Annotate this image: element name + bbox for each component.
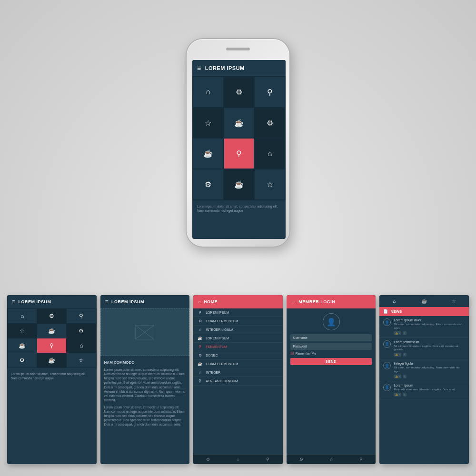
news-item-1[interactable]: 👤 Lorem ipsum dolor Sit amet, consectetu…: [379, 316, 469, 338]
news-item-4[interactable]: 👤 Lorem ipsum Proin elit vitae sem biben…: [379, 381, 469, 399]
article-para-1: Lorem ipsum dolor sit amet, consectetur …: [104, 367, 186, 402]
mini-cell[interactable]: ☆: [8, 324, 37, 338]
grid-cell-search[interactable]: ⚲: [255, 77, 285, 107]
news-item-text: Proin elit vitae sem bibendum sagittis. …: [394, 388, 455, 392]
news-avatar-3: 👤: [383, 362, 391, 369]
mini-cell[interactable]: ⚙: [8, 353, 37, 367]
search-icon: ⚲: [197, 379, 203, 383]
grid-cell-home[interactable]: ⌂: [193, 77, 223, 107]
social-badge: f: [403, 331, 407, 335]
grid-cell-star[interactable]: ☆: [193, 108, 223, 138]
mini-menu-item[interactable]: ⚲ LOREM IPSUM: [193, 308, 283, 317]
mini-menu-3: ⚲ LOREM IPSUM ⚙ ETIAM FERMENTUM ☆ INTEGE…: [193, 308, 283, 386]
mini-cell[interactable]: ⌂: [67, 338, 96, 353]
phone-middle: ≡ LOREM IPSUM ⌂ ⚙ ⚲ ☆ ☕ ⚙ ☕ ⚲ ⌂ ⚙ ☕ ☆: [186, 38, 290, 248]
star-icon: ☆: [197, 327, 203, 332]
phones-section: ⌂ HOME ⚲ LOREM IPSUM ⚙ ETIAM FERMENTUM ☆: [0, 10, 476, 276]
news-item-title: Lorem ipsum: [394, 384, 455, 387]
bottom-search[interactable]: ⚲: [253, 455, 283, 464]
gear-icon: ⚙: [197, 319, 203, 323]
cup-icon: ☕: [197, 336, 203, 340]
mini-avatar: 👤: [323, 313, 340, 330]
mini-cell-active[interactable]: ⚲: [37, 338, 66, 353]
mini-cell[interactable]: ⚙: [67, 324, 96, 338]
mini-send-button[interactable]: SEND: [290, 358, 372, 365]
news-avatar-1: 👤: [383, 318, 391, 326]
news-avatar-4: 👤: [383, 384, 391, 391]
menu-icon: ≡: [197, 64, 201, 72]
mini-cell[interactable]: ☆: [67, 353, 96, 367]
social-row: 👍 • f: [394, 353, 465, 357]
login-icon: →: [291, 299, 296, 304]
gear-icon: ⚙: [197, 353, 203, 357]
mini-header-1: ≡ LOREM IPSUM: [7, 295, 97, 308]
cup-icon: ☕: [197, 362, 203, 366]
phone-middle-shell: ≡ LOREM IPSUM ⌂ ⚙ ⚲ ☆ ☕ ⚙ ☕ ⚲ ⌂ ⚙ ☕ ☆: [186, 38, 290, 248]
mini-password-field[interactable]: Password: [290, 343, 372, 350]
screens-section: ≡ LOREM IPSUM ⌂ ⚙ ⚲ ☆ ☕ ⚙ ☕ ⚲ ⌂ ⚙ ☕ ☆ Lo…: [7, 295, 469, 466]
home-icon: ⌂: [198, 299, 201, 304]
news-tab-star[interactable]: ☆: [439, 295, 469, 307]
social-badge: 👍 •: [394, 331, 401, 335]
bottom-gear[interactable]: ⚙: [193, 455, 223, 464]
grid-cell-gear[interactable]: ⚙: [224, 77, 254, 107]
social-badge: 👍 •: [394, 375, 401, 378]
bottom-star[interactable]: ☆: [223, 455, 253, 464]
news-label: NEWS: [390, 309, 402, 314]
news-item-text: Sit elit sem bibendum sagittis. Duis a m…: [394, 345, 465, 352]
mini-login-panel: 👤 Username Password ☒ Remember Me SEND: [287, 308, 376, 368]
social-row: 👍 • f: [394, 393, 455, 397]
news-top-bar: ⌂ ☕ ☆: [379, 295, 469, 307]
mini-menu-item[interactable]: ☆ INTEGER: [193, 368, 283, 377]
grid-cell-home2[interactable]: ⌂: [255, 139, 285, 169]
mini-remember-row: ☒ Remember Me: [290, 351, 372, 356]
grid-cell-search-active[interactable]: ⚲: [224, 139, 254, 169]
mini-screen-2: ≡ LOREM IPSUM NAM COMMODO Lorem ipsum do…: [100, 295, 190, 464]
grid-cell-gear3[interactable]: ⚙: [193, 169, 223, 199]
news-item-3[interactable]: 👤 Integer ligula Sit amet, consectetur a…: [379, 359, 469, 381]
article-title: NAM COMMODO: [104, 360, 186, 365]
mini-menu-item[interactable]: ☆ INTEGER LIGULA: [193, 326, 283, 334]
bottom-star[interactable]: ☆: [316, 455, 346, 464]
mini-username-field[interactable]: Username: [290, 334, 372, 341]
grid-cell-cup2[interactable]: ☕: [193, 139, 223, 169]
mini-cell[interactable]: ⌂: [8, 309, 37, 323]
mini-bottom-bar-4: ⚙ ☆ ⚲: [287, 454, 376, 464]
bottom-search[interactable]: ⚲: [346, 455, 376, 464]
mini-screen-1: ≡ LOREM IPSUM ⌂ ⚙ ⚲ ☆ ☕ ⚙ ☕ ⚲ ⌂ ⚙ ☕ ☆ Lo…: [7, 295, 97, 464]
star-icon: ☆: [197, 370, 203, 375]
mini-menu-item[interactable]: ⚙ DONEC: [193, 351, 283, 360]
grid-cell-gear2[interactable]: ⚙: [255, 108, 285, 138]
news-item-2[interactable]: 👤 Etiam fermentum Sit elit sem bibendum …: [379, 338, 469, 360]
news-tab-home[interactable]: ⌂: [379, 295, 409, 307]
grid-cell-cup3[interactable]: ☕: [224, 169, 254, 199]
news-title-bar: 📄 NEWS: [379, 307, 469, 316]
news-doc-icon: 📄: [383, 309, 388, 314]
mini-cell[interactable]: ⚙: [37, 309, 66, 323]
bottom-gear[interactable]: ⚙: [287, 455, 317, 464]
mini-cell[interactable]: ☕: [37, 324, 66, 338]
news-item-title: Integer ligula: [394, 362, 465, 365]
grid-cell-cup[interactable]: ☕: [224, 108, 254, 138]
mini-grid-1: ⌂ ⚙ ⚲ ☆ ☕ ⚙ ☕ ⚲ ⌂ ⚙ ☕ ☆: [7, 308, 97, 368]
mini-cell[interactable]: ☕: [8, 338, 37, 353]
menu-icon: ≡: [12, 298, 16, 305]
icon-grid: ⌂ ⚙ ⚲ ☆ ☕ ⚙ ☕ ⚲ ⌂ ⚙ ☕ ☆: [192, 76, 286, 200]
mini-cell[interactable]: ☕: [37, 353, 66, 367]
mini-body-text-1: Lorem ipsum dolor sit amet, consectetur …: [7, 368, 97, 384]
header-label: LOREM IPSUM: [205, 65, 245, 71]
mini-menu-item[interactable]: ⚲ AENEAN BIBENDUM: [193, 377, 283, 386]
mini-screen-4: → MEMBER LOGIN 👤 Username Password ☒ Rem…: [287, 295, 376, 464]
mini-menu-item[interactable]: ☕ LOREM IPSUM: [193, 334, 283, 343]
mini-cell[interactable]: ⚲: [67, 309, 96, 323]
mini-bottom-bar-3: ⚙ ☆ ⚲: [193, 454, 283, 464]
mini-header-4: → MEMBER LOGIN: [287, 295, 376, 308]
grid-cell-star2[interactable]: ☆: [255, 169, 285, 199]
news-item-text: Sit amet, consectetur adipiscing. Nam co…: [394, 366, 465, 374]
mini-menu-item-active[interactable]: ⚲ FERMENTUM: [193, 343, 283, 351]
mini-menu-item[interactable]: ☕ ETIAM FERMENTUM: [193, 360, 283, 368]
mini-menu-item[interactable]: ⚙ ETIAM FERMENTUM: [193, 317, 283, 326]
checkbox-icon[interactable]: ☒: [290, 351, 294, 356]
social-badge: f: [403, 353, 407, 357]
news-tab-cup[interactable]: ☕: [409, 295, 439, 307]
